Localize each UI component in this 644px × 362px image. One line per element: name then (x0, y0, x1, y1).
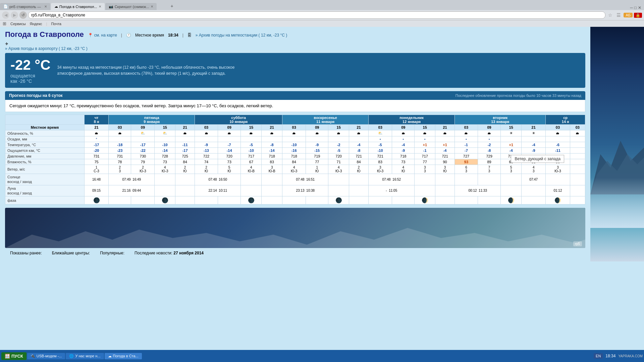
temp-mon-03: -5 (369, 142, 392, 148)
bookmarks-bar: ⊞ Сервисы Яндекс | Почта (0, 20, 644, 27)
back-btn[interactable]: ◀ (2, 11, 9, 19)
wind-tue-03: 63 (455, 165, 478, 174)
page-header: Погода в Ставрополе 📍 см. на карте | 🕐 М… (5, 30, 585, 40)
precip-extra (570, 136, 585, 142)
day-sun: воскресенье11 января (282, 115, 369, 125)
hum-extra (570, 159, 585, 165)
time-21-tue: 21 (522, 125, 546, 130)
temp-mon-21: +1 (435, 142, 455, 148)
wind-sun-03: 4Ю-З (282, 165, 306, 174)
airport-archive-link[interactable]: » Архив погоды в аэропорту ( 12 км, -23 … (5, 46, 585, 51)
bookmark-services[interactable]: Сервисы (10, 22, 26, 26)
archive-icon: 🗄 (187, 33, 192, 38)
weather-table: чт8 я пятница9 января суббота10 января в… (5, 115, 585, 204)
cloud-09-fri: ⛅ (131, 130, 155, 136)
precip-sun-09 (306, 136, 328, 142)
temp-tue-09: -2 (478, 142, 501, 148)
time-09-tue: 09 (478, 125, 501, 130)
hum-sat-15: 67 (241, 159, 262, 165)
tab-2-close[interactable]: ✕ (99, 5, 101, 8)
feels-mon-09: -9 (392, 148, 415, 154)
wind-sat-21: 3Ю-В (262, 165, 282, 174)
cloud-09-mon: 🌧 (392, 130, 415, 136)
time-03-sun: 03 (282, 125, 306, 130)
minimize-btn[interactable]: ─ (630, 5, 633, 10)
sun-tue-03 (455, 174, 478, 185)
map-link[interactable]: 📍 см. на карте (88, 33, 117, 38)
phase-sun-21 (349, 196, 369, 204)
hum-mon-09: 73 (392, 159, 415, 165)
moon-fri: 21:16 09:44 (109, 185, 155, 196)
wind-mon-15: 33 (415, 165, 435, 174)
hum-fri-09: 79 (131, 159, 155, 165)
tab-2[interactable]: ☁ Погода в Ставропол... ✕ (51, 3, 105, 10)
phase-fri-09 (131, 196, 155, 204)
close-btn[interactable]: ✕ (638, 5, 641, 10)
current-temp: -22 °С (10, 57, 51, 73)
time-21-mon: 21 (435, 125, 455, 130)
browser-chrome: 📄 рп5 ставрополь — ✕ ☁ Погода в Ставропо… (0, 0, 644, 27)
moon-thu: 09:15 (84, 185, 108, 196)
security-icon[interactable]: 🔒 (634, 13, 642, 18)
wind-row: Ветер, м/с 1С-З 23 2Ю-З 4Ю-З 2Ю 2Ю 5Ю 4Ю… (5, 165, 585, 174)
start-icon: 🪟 (5, 354, 10, 359)
taskbar-item-3[interactable]: ☁ Погода в Ста... (105, 353, 142, 359)
forward-btn[interactable]: ▶ (11, 11, 18, 19)
phase-tue-03 (455, 196, 478, 204)
side-image-panel (590, 27, 644, 261)
apps-icon[interactable]: ⊞ (3, 21, 6, 26)
address-input[interactable] (28, 11, 605, 19)
wind-sat-09: 5Ю (218, 165, 241, 174)
taskbar-item-1[interactable]: 🔌 USB-модем -... (27, 353, 65, 359)
feels-sun-21: -8 (349, 148, 369, 154)
weather-table-container: чт8 я пятница9 января суббота10 января в… (5, 115, 585, 204)
taskbar-lang[interactable]: EN (594, 353, 603, 359)
hum-sun-09: 77 (306, 159, 328, 165)
sun-sun-3 (349, 174, 369, 185)
bookmark-yandex[interactable]: Яндекс (30, 22, 42, 26)
bookmark-mail[interactable]: Почта (51, 22, 61, 26)
refresh-btn[interactable]: ↺ (19, 11, 27, 19)
day-sat: суббота10 января (195, 115, 282, 125)
start-button[interactable]: 🪟 ПУСК (1, 352, 26, 360)
sun-thu: 16:48 (84, 174, 108, 185)
tools-icon[interactable]: ☰ (615, 12, 622, 18)
maximize-btn[interactable]: □ (634, 5, 637, 10)
tab-3-close[interactable]: ✕ (151, 5, 153, 8)
moon-sun-3 (349, 185, 369, 196)
hum-tue-09: 89 (478, 159, 501, 165)
tab-1-close[interactable]: ✕ (44, 5, 47, 8)
precip-sun-15 (328, 136, 349, 142)
press-tue-09: 729 (478, 154, 501, 159)
shown-earlier: Показаны ранее: (10, 251, 42, 255)
tab-4[interactable] (157, 7, 167, 10)
star-icon[interactable]: ☆ (607, 12, 614, 18)
main-content: Погода в Ставрополе 📍 см. на карте | 🕐 М… (0, 27, 590, 261)
day-tue: вторник13 января (455, 115, 546, 125)
page-container: Погода в Ставрополе 📍 см. на карте | 🕐 М… (0, 27, 644, 261)
tab-3[interactable]: 📷 Скриншот (снимок... ✕ (105, 3, 157, 10)
temp-sun-15: -2 (328, 142, 349, 148)
temp-sun-09: -9 (306, 142, 328, 148)
temp-row: Температура, °С -17 -18 -17 -10 -11 -9 -… (5, 142, 585, 148)
wind-extra (570, 165, 585, 174)
archive-link[interactable]: » Архив погоды на метеостанции ( 12 км, … (196, 33, 287, 38)
pipe-1: | (121, 33, 122, 38)
press-fri-15: 728 (155, 154, 175, 159)
new-tab-btn[interactable]: + (168, 2, 176, 10)
archive-link-text: » Архив погоды на метеостанции ( 12 км, … (196, 33, 287, 38)
sun-fri-2 (155, 174, 175, 185)
press-mon-21: 721 (435, 154, 455, 159)
cloud-03-sun: 🌧 (282, 130, 306, 136)
time-21-fri: 21 (175, 125, 195, 130)
phase-tue-15: 🌒 (501, 196, 522, 204)
precip-tue-15 (501, 136, 522, 142)
hum-fri-21: 84 (175, 159, 195, 165)
wind-sun-09: 1Ю (306, 165, 328, 174)
tab-1[interactable]: 📄 рп5 ставрополь — ✕ (0, 3, 50, 10)
profile-btn[interactable]: АБ (624, 13, 633, 17)
map-link-text: см. на карте (94, 33, 117, 38)
press-sat-15: 717 (241, 154, 262, 159)
temp-thu-21: -17 (84, 142, 108, 148)
taskbar-item-2[interactable]: 🌐 У нас море н... (66, 353, 104, 359)
